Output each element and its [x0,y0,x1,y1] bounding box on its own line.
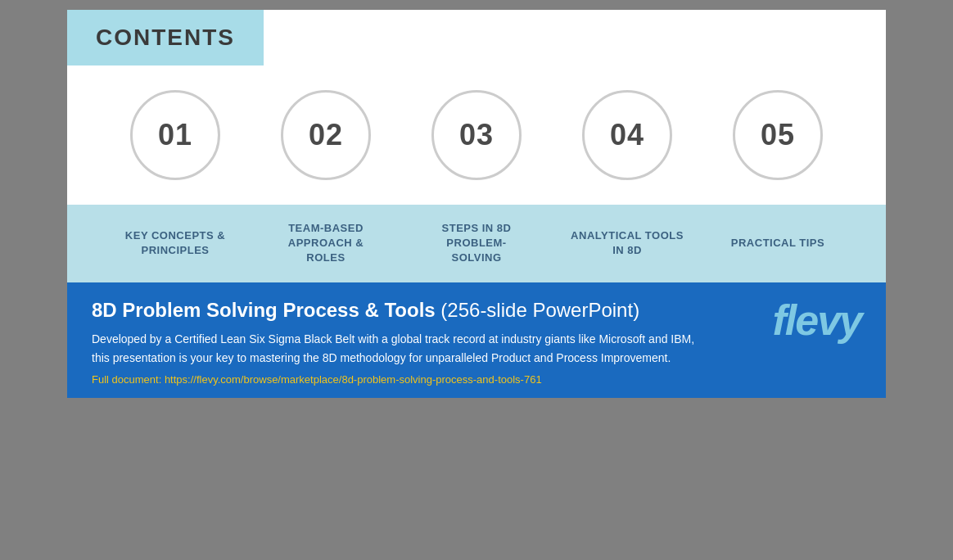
label-item-5: PRACTICAL TIPS [702,236,853,251]
circle-1: 01 [130,90,220,180]
circle-item-3: 03 [431,90,522,180]
flevy-logo: flevy [772,299,861,341]
label-text-3: STEPS IN 8DPROBLEM-SOLVING [442,221,512,266]
label-text-2: TEAM-BASEDAPPROACH &ROLES [288,221,364,266]
main-container: CONTENTS 01 02 03 [67,10,886,550]
circle-2: 02 [281,90,371,180]
circle-3: 03 [431,90,522,180]
info-left: 8D Problem Solving Process & Tools (256-… [92,299,730,386]
circle-number-4: 04 [610,118,644,152]
contents-banner: CONTENTS [67,10,264,65]
label-text-1: KEY CONCEPTS &PRINCIPLES [125,228,225,258]
info-right: flevy [730,299,861,341]
circle-4: 04 [582,90,672,180]
label-text-5: PRACTICAL TIPS [731,236,824,251]
label-item-1: KEY CONCEPTS &PRINCIPLES [100,228,251,258]
circle-item-4: 04 [582,90,672,180]
circle-item-5: 05 [733,90,823,180]
label-item-4: ANALYTICAL TOOLSIN 8D [552,228,702,258]
info-title-bold: 8D Problem Solving Process & Tools [92,299,436,321]
circle-number-3: 03 [459,118,494,152]
circle-item-1: 01 [130,90,220,180]
label-item-3: STEPS IN 8DPROBLEM-SOLVING [401,221,552,266]
label-text-4: ANALYTICAL TOOLSIN 8D [571,228,684,258]
circles-row: 01 02 03 04 [67,65,886,205]
slide-top: CONTENTS 01 02 03 [67,10,886,205]
circle-number-2: 02 [309,118,343,152]
circle-item-2: 02 [281,90,371,180]
circle-5: 05 [733,90,823,180]
slide: CONTENTS 01 02 03 [67,10,886,282]
info-link-url[interactable]: https://flevy.com/browse/marketplace/8d-… [165,373,542,386]
info-bar: 8D Problem Solving Process & Tools (256-… [67,282,886,399]
info-link[interactable]: Full document: https://flevy.com/browse/… [92,373,706,386]
info-description: Developed by a Certified Lean Six Sigma … [92,330,706,367]
contents-title: CONTENTS [92,25,239,51]
flevy-logo-text: flevy [772,296,861,344]
info-link-label: Full document: [92,373,161,386]
circle-number-1: 01 [158,118,192,152]
info-title: 8D Problem Solving Process & Tools (256-… [92,299,706,323]
label-item-2: TEAM-BASEDAPPROACH &ROLES [251,221,401,266]
info-title-suffix: (256-slide PowerPoint) [436,299,639,321]
circle-number-5: 05 [761,118,795,152]
slide-bottom: KEY CONCEPTS &PRINCIPLES TEAM-BASEDAPPRO… [67,205,886,282]
